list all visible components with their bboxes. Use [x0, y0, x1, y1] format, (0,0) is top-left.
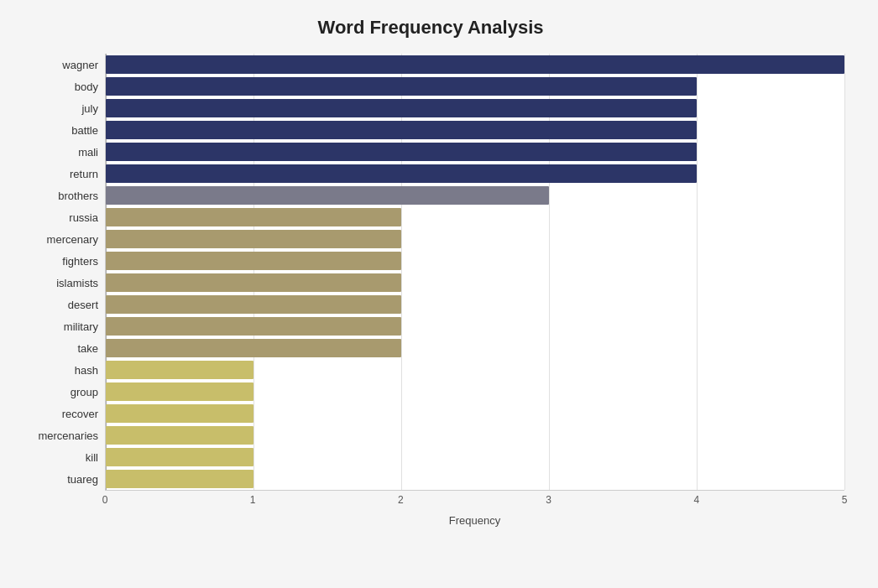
bar: [106, 186, 549, 205]
bar: [106, 164, 697, 183]
x-tick: 2: [392, 494, 409, 506]
bar-row: [106, 337, 844, 359]
x-tick: 5: [836, 494, 853, 506]
bar: [106, 339, 401, 357]
bar-row: [106, 163, 844, 185]
bar-row: [106, 119, 844, 141]
y-label: russia: [69, 212, 98, 223]
x-axis-label: Frequency: [105, 514, 844, 516]
bars-container: [105, 54, 844, 491]
bar-row: [106, 468, 844, 490]
bar-row: [106, 381, 844, 403]
bar-row: [106, 97, 844, 119]
bar: [106, 426, 253, 445]
chart-area: wagnerbodyjulybattlemalireturnbrothersru…: [17, 54, 844, 516]
x-tick: 4: [688, 494, 705, 506]
bar-row: [106, 315, 844, 337]
bar-row: [106, 446, 844, 468]
bar: [106, 208, 401, 226]
y-label: islamists: [56, 278, 98, 289]
bar: [106, 382, 253, 401]
bar: [106, 143, 697, 161]
bar-row: [106, 75, 844, 97]
bar: [106, 404, 253, 423]
chart-container: Word Frequency Analysis wagnerbodyjulyba…: [0, 0, 878, 588]
bar: [106, 448, 253, 466]
x-tick: 0: [97, 494, 113, 506]
y-label: tuareg: [67, 474, 98, 485]
bar-row: [106, 206, 844, 228]
plot-area: 012345Frequency: [105, 54, 844, 516]
bar-row: [106, 54, 844, 75]
y-label: brothers: [58, 190, 98, 201]
chart-title: Word Frequency Analysis: [17, 17, 844, 39]
bar: [106, 99, 697, 117]
y-label: fighters: [62, 256, 98, 267]
y-label: group: [71, 387, 98, 398]
bar-row: [106, 294, 844, 315]
y-label: body: [75, 81, 98, 92]
y-label: mercenary: [47, 234, 98, 245]
bar: [106, 361, 253, 379]
bar-row: [106, 250, 844, 272]
y-label: mercenaries: [38, 430, 98, 441]
y-label: battle: [71, 125, 98, 136]
bar: [106, 317, 401, 336]
bar: [106, 295, 401, 314]
y-label: desert: [68, 299, 98, 310]
bar-row: [106, 403, 844, 424]
y-label: return: [70, 169, 98, 180]
y-label: take: [77, 343, 98, 354]
bar: [106, 77, 697, 96]
bar-row: [106, 141, 844, 163]
bar-row: [106, 424, 844, 446]
y-label: july: [81, 103, 98, 114]
grid-line: [844, 54, 845, 490]
bar: [106, 55, 844, 74]
bar: [106, 230, 401, 248]
bar-row: [106, 228, 844, 250]
y-label: wagner: [62, 60, 98, 70]
y-label: mali: [78, 147, 98, 158]
x-axis: 012345Frequency: [105, 491, 844, 516]
y-label: kill: [86, 452, 98, 463]
bar-row: [106, 272, 844, 294]
x-tick: 3: [541, 494, 557, 506]
bar: [106, 470, 253, 488]
y-axis: wagnerbodyjulybattlemalireturnbrothersru…: [17, 54, 105, 516]
bar: [106, 273, 401, 292]
y-label: hash: [75, 365, 98, 376]
y-label: recover: [62, 408, 98, 419]
bar: [106, 252, 401, 270]
bar: [106, 121, 697, 139]
y-label: military: [64, 321, 98, 332]
x-tick: 1: [244, 494, 261, 506]
bar-row: [106, 359, 844, 381]
bar-row: [106, 185, 844, 206]
